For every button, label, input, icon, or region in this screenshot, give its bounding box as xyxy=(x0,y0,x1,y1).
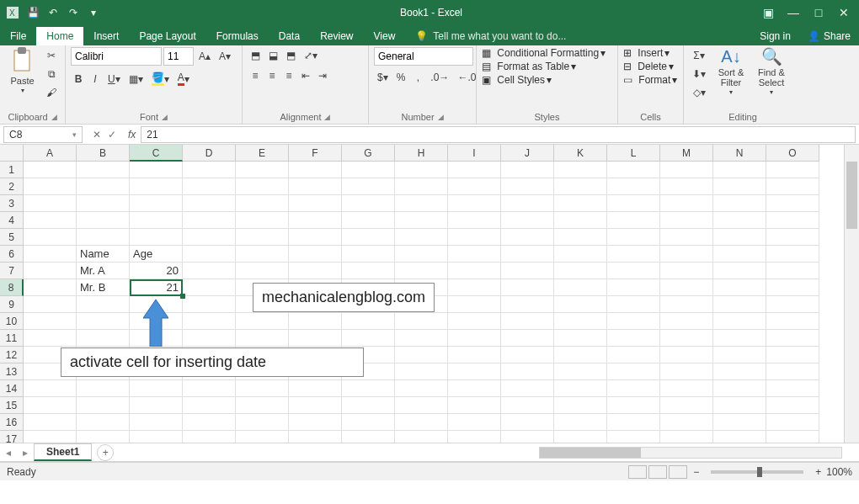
column-header[interactable]: O xyxy=(766,145,819,162)
cell[interactable] xyxy=(448,246,501,263)
cell[interactable] xyxy=(183,195,236,212)
cell[interactable] xyxy=(395,195,448,212)
cell[interactable] xyxy=(77,313,130,330)
cell[interactable] xyxy=(130,212,183,229)
column-header[interactable]: N xyxy=(713,145,766,162)
cell[interactable] xyxy=(448,363,501,380)
column-header[interactable]: E xyxy=(236,145,289,162)
cell[interactable] xyxy=(236,330,289,347)
cell[interactable] xyxy=(77,162,130,178)
tab-review[interactable]: Review xyxy=(310,27,363,45)
autosum-button[interactable]: Σ▾ xyxy=(689,47,709,64)
cell[interactable] xyxy=(660,229,713,246)
cell[interactable] xyxy=(448,229,501,246)
cell[interactable] xyxy=(554,414,607,431)
cell[interactable] xyxy=(289,246,342,263)
cell[interactable] xyxy=(395,363,448,380)
cell[interactable] xyxy=(289,380,342,397)
cell[interactable] xyxy=(24,431,77,443)
zoom-in-icon[interactable]: + xyxy=(815,466,821,478)
zoom-out-icon[interactable]: − xyxy=(693,466,699,478)
cell[interactable] xyxy=(766,313,819,330)
cell[interactable] xyxy=(660,212,713,229)
column-header[interactable]: I xyxy=(448,145,501,162)
cell[interactable] xyxy=(236,212,289,229)
row-header[interactable]: 6 xyxy=(0,246,24,263)
tab-formulas[interactable]: Formulas xyxy=(206,27,269,45)
row-header[interactable]: 13 xyxy=(0,363,24,380)
cell[interactable] xyxy=(766,246,819,263)
row-header[interactable]: 1 xyxy=(0,162,24,178)
find-select-button[interactable]: 🔍 Find & Select▾ xyxy=(753,47,790,97)
column-header[interactable]: K xyxy=(554,145,607,162)
cell[interactable] xyxy=(713,246,766,263)
zoom-slider[interactable] xyxy=(711,470,803,474)
tab-home[interactable]: Home xyxy=(36,27,83,45)
bold-button[interactable]: B xyxy=(71,71,86,88)
cell[interactable] xyxy=(713,178,766,195)
formula-bar[interactable]: 21 xyxy=(141,126,856,143)
cell[interactable] xyxy=(660,195,713,212)
cell[interactable] xyxy=(713,380,766,397)
horizontal-scrollbar[interactable] xyxy=(114,447,859,459)
cell[interactable] xyxy=(554,246,607,263)
cell[interactable] xyxy=(607,380,660,397)
fx-icon[interactable]: fx xyxy=(123,129,141,141)
cell[interactable] xyxy=(24,212,77,229)
cell[interactable] xyxy=(607,431,660,443)
cell[interactable] xyxy=(554,380,607,397)
scrollbar-thumb[interactable] xyxy=(540,448,641,458)
cell[interactable] xyxy=(607,279,660,296)
cell[interactable] xyxy=(24,330,77,347)
italic-button[interactable]: I xyxy=(88,71,103,88)
cell[interactable] xyxy=(448,397,501,414)
cell[interactable] xyxy=(660,279,713,296)
cell[interactable] xyxy=(501,330,554,347)
cell[interactable] xyxy=(554,195,607,212)
cell[interactable] xyxy=(554,431,607,443)
minimize-icon[interactable]: — xyxy=(782,1,805,24)
cell[interactable] xyxy=(236,246,289,263)
cell[interactable] xyxy=(77,330,130,347)
cell[interactable] xyxy=(395,229,448,246)
cell[interactable] xyxy=(448,279,501,296)
cell[interactable] xyxy=(342,229,395,246)
cell[interactable] xyxy=(130,162,183,178)
cell[interactable] xyxy=(766,229,819,246)
sign-in-link[interactable]: Sign in xyxy=(751,27,799,45)
cell[interactable] xyxy=(183,330,236,347)
cell[interactable] xyxy=(713,363,766,380)
vertical-scrollbar[interactable] xyxy=(844,145,859,443)
align-left-icon[interactable]: ≡ xyxy=(248,67,263,84)
cell[interactable] xyxy=(236,431,289,443)
tab-file[interactable]: File xyxy=(0,27,36,45)
dialog-launcher-icon[interactable]: ◢ xyxy=(162,113,168,121)
cell-styles-button[interactable]: ▣ Cell Styles▾ xyxy=(482,74,552,86)
row-header[interactable]: 8 xyxy=(0,279,24,296)
cell[interactable] xyxy=(236,397,289,414)
maximize-icon[interactable]: □ xyxy=(807,1,830,24)
cell[interactable]: 21 xyxy=(130,279,183,296)
cell[interactable] xyxy=(660,246,713,263)
cell[interactable] xyxy=(501,431,554,443)
format-painter-button[interactable]: 🖌 xyxy=(43,84,60,101)
cell[interactable] xyxy=(77,431,130,443)
column-header[interactable]: M xyxy=(660,145,713,162)
cell[interactable] xyxy=(77,397,130,414)
cell[interactable] xyxy=(766,178,819,195)
cell[interactable] xyxy=(660,380,713,397)
cell[interactable] xyxy=(24,195,77,212)
orientation-icon[interactable]: ⤢▾ xyxy=(301,47,321,64)
cell[interactable] xyxy=(713,212,766,229)
cell[interactable] xyxy=(236,178,289,195)
cell[interactable] xyxy=(607,178,660,195)
cell[interactable] xyxy=(236,162,289,178)
cell[interactable] xyxy=(183,212,236,229)
cell[interactable] xyxy=(607,313,660,330)
cell[interactable] xyxy=(501,279,554,296)
cell[interactable] xyxy=(607,162,660,178)
cell[interactable] xyxy=(660,363,713,380)
cell[interactable] xyxy=(236,195,289,212)
column-header[interactable]: D xyxy=(183,145,236,162)
cell[interactable] xyxy=(660,397,713,414)
